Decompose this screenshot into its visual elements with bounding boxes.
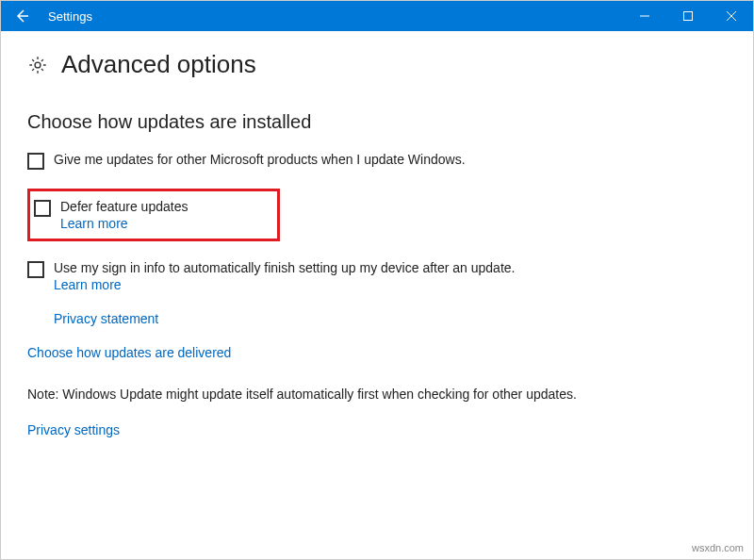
highlight-defer-updates: Defer feature updates Learn more (27, 189, 280, 241)
checkbox-defer-content: Defer feature updates Learn more (60, 199, 188, 231)
window-controls (623, 1, 753, 31)
checkbox-other-products: Give me updates for other Microsoft prod… (27, 150, 727, 172)
svg-rect-0 (684, 12, 693, 21)
checkbox-sign-in-content: Use my sign in info to automatically fin… (54, 260, 515, 292)
privacy-settings-link[interactable]: Privacy settings (27, 422, 727, 437)
section-heading: Choose how updates are installed (27, 111, 727, 133)
checkbox-defer-updates-box[interactable] (34, 200, 51, 217)
window-title: Settings (48, 9, 623, 24)
close-icon (727, 11, 736, 21)
page-header: Advanced options (27, 50, 727, 79)
checkbox-sign-in-info-label: Use my sign in info to automatically fin… (54, 260, 515, 275)
close-button[interactable] (710, 1, 753, 31)
privacy-statement-link[interactable]: Privacy statement (54, 311, 727, 326)
watermark: wsxdn.com (692, 542, 744, 553)
content-area: Advanced options Choose how updates are … (1, 31, 753, 483)
checkbox-defer-updates-label: Defer feature updates (60, 199, 188, 214)
maximize-icon (683, 11, 693, 21)
titlebar: Settings (1, 1, 753, 31)
minimize-icon (640, 11, 649, 21)
note-text: Note: Windows Update might update itself… (27, 387, 727, 402)
checkbox-other-products-label: Give me updates for other Microsoft prod… (54, 152, 466, 167)
checkbox-other-products-box[interactable] (27, 153, 44, 170)
checkbox-sign-in-info-box[interactable] (27, 261, 44, 278)
maximize-button[interactable] (666, 1, 710, 31)
back-button[interactable] (1, 1, 42, 31)
svg-point-1 (35, 62, 41, 68)
defer-learn-more-link[interactable]: Learn more (60, 216, 188, 231)
page-title: Advanced options (61, 50, 256, 79)
delivery-link[interactable]: Choose how updates are delivered (27, 345, 727, 360)
sign-in-learn-more-link[interactable]: Learn more (54, 277, 515, 292)
checkbox-defer-updates: Defer feature updates Learn more (34, 197, 273, 233)
checkbox-sign-in-info: Use my sign in info to automatically fin… (27, 258, 727, 294)
minimize-button[interactable] (623, 1, 666, 31)
gear-icon (27, 55, 48, 75)
arrow-left-icon (14, 8, 29, 24)
